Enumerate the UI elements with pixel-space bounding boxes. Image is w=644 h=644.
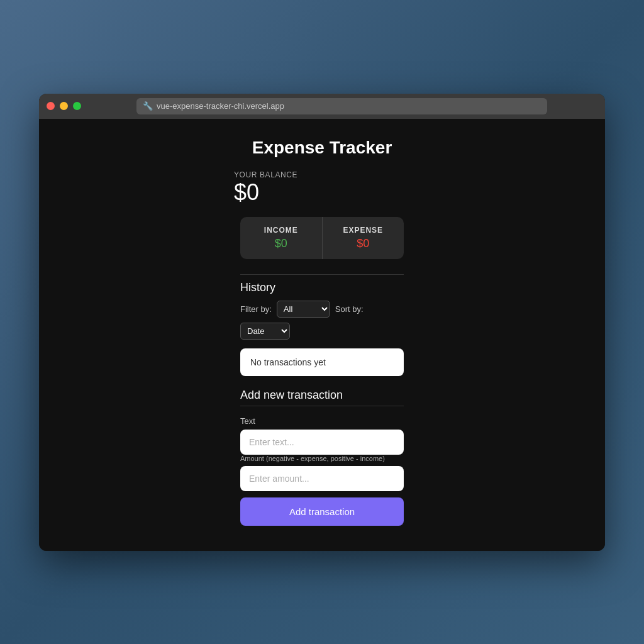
text-input[interactable] [240,430,404,455]
filter-label: Filter by: [240,304,272,314]
filter-row: Filter by: All Income Expense Sort by: D… [240,301,404,340]
amount-input[interactable] [240,466,404,491]
expense-label: EXPENSE [333,226,394,235]
no-transactions-message: No transactions yet [240,348,404,376]
maximize-button[interactable] [73,102,81,110]
sort-select[interactable]: Date Amount [240,323,290,340]
expense-side: EXPENSE $0 [323,217,404,259]
text-field-label: Text [240,416,404,426]
address-bar[interactable]: 🔧 vue-expense-tracker-chi.vercel.app [136,98,547,114]
balance-amount: $0 [234,179,410,206]
expense-value: $0 [333,237,394,250]
app-content: Expense Tracker YOUR BALANCE $0 INCOME $… [39,119,605,551]
add-transaction-title: Add new transaction [240,389,404,406]
history-divider [240,274,404,275]
income-value: $0 [250,237,312,250]
income-expense-box: INCOME $0 EXPENSE $0 [240,217,404,259]
add-transaction-button[interactable]: Add transaction [240,497,404,526]
balance-label: YOUR BALANCE [234,170,410,179]
history-title: History [240,281,404,294]
browser-window: 🔧 vue-expense-tracker-chi.vercel.app Exp… [39,94,605,551]
amount-hint: Amount (negative - expense, positive - i… [240,455,404,462]
filter-select[interactable]: All Income Expense [277,301,330,318]
income-side: INCOME $0 [240,217,323,259]
app-title: Expense Tracker [252,138,392,158]
balance-section: YOUR BALANCE $0 [234,170,410,206]
sort-label: Sort by: [335,304,364,314]
close-button[interactable] [47,102,55,110]
favicon-icon: 🔧 [143,101,153,111]
titlebar: 🔧 vue-expense-tracker-chi.vercel.app [39,94,605,119]
minimize-button[interactable] [60,102,68,110]
income-label: INCOME [250,226,312,235]
url-text: vue-expense-tracker-chi.vercel.app [157,101,284,111]
